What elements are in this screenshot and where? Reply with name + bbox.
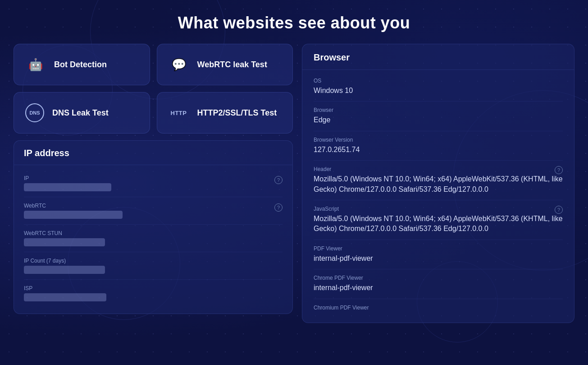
page-header: What websites see about you bbox=[0, 0, 588, 44]
browser-fields-container: OSWindows 10BrowserEdgeBrowser Version12… bbox=[302, 70, 574, 323]
ip-address-panel: IP address ?IP1█████████████████)?WebRTC… bbox=[14, 140, 293, 314]
browser-panel-header: Browser bbox=[302, 44, 574, 70]
ip-field-label-2: WebRTC STUN bbox=[24, 230, 283, 236]
ip-field-isp: ISP█████ ███████ ██ ██ bbox=[24, 280, 283, 307]
browser-field-label-3: Header bbox=[314, 166, 563, 172]
bot-detection-icon: 🤖 bbox=[25, 54, 46, 75]
bot-detection-label: Bot Detection bbox=[54, 60, 107, 69]
browser-field-value-2: 127.0.2651.74 bbox=[314, 145, 563, 155]
browser-field-label-6: Chrome PDF Viewer bbox=[314, 275, 563, 281]
dns-leak-card[interactable]: DNS DNS Leak Test bbox=[14, 92, 150, 134]
ip-fields-container: ?IP1█████████████████)?WebRTC10█████████… bbox=[14, 165, 292, 314]
main-layout: 🤖 Bot Detection 💬 WebRTC leak Test DNS D… bbox=[0, 44, 588, 323]
browser-panel-title: Browser bbox=[314, 52, 350, 62]
dns-icon: DNS bbox=[25, 103, 44, 122]
question-icon-1[interactable]: ? bbox=[274, 203, 283, 212]
ip-field-value-4: █████ ███████ ██ ██ bbox=[24, 293, 283, 301]
left-column: 🤖 Bot Detection 💬 WebRTC leak Test DNS D… bbox=[14, 44, 293, 323]
browser-field-value-1: Edge bbox=[314, 115, 563, 125]
browser-field-label-2: Browser Version bbox=[314, 137, 563, 143]
browser-field-label-5: PDF Viewer bbox=[314, 245, 563, 252]
http2-label: HTTP2/SSL/TLS Test bbox=[197, 108, 277, 118]
ip-panel-title: IP address bbox=[24, 148, 69, 158]
browser-field-value-4: Mozilla/5.0 (Windows NT 10.0; Win64; x64… bbox=[314, 214, 563, 234]
browser-field-chrome-pdf-viewer: Chrome PDF Viewerinternal-pdf-viewer bbox=[314, 269, 563, 299]
browser-field-label-0: OS bbox=[314, 78, 563, 84]
browser-field-label-7: Chromium PDF Viewer bbox=[314, 305, 563, 311]
browser-field-value-5: internal-pdf-viewer bbox=[314, 254, 563, 263]
ip-field-value-3: 71██1 bbox=[24, 266, 283, 274]
question-icon-0[interactable]: ? bbox=[274, 176, 283, 184]
webrtc-icon: 💬 bbox=[169, 54, 189, 75]
http-icon: HTTP bbox=[169, 102, 189, 123]
webrtc-leak-card[interactable]: 💬 WebRTC leak Test bbox=[157, 44, 293, 85]
ip-panel-header: IP address bbox=[14, 141, 292, 165]
ip-field-webrtc: ?WebRTC10███████████████████ bbox=[24, 197, 283, 225]
browser-question-icon-4[interactable]: ? bbox=[555, 206, 563, 214]
browser-field-os: OSWindows 10 bbox=[314, 72, 563, 102]
blurred-value-0: 1█████████████████) bbox=[24, 183, 111, 191]
ip-field-label-1: WebRTC bbox=[24, 203, 283, 209]
tool-cards: 🤖 Bot Detection 💬 WebRTC leak Test DNS D… bbox=[14, 44, 293, 134]
ip-field-ip: ?IP1█████████████████) bbox=[24, 170, 283, 197]
browser-panel: Browser OSWindows 10BrowserEdgeBrowser V… bbox=[302, 44, 574, 323]
ip-field-label-4: ISP bbox=[24, 285, 283, 291]
webrtc-label: WebRTC leak Test bbox=[197, 60, 267, 69]
bot-detection-card[interactable]: 🤖 Bot Detection bbox=[14, 44, 150, 85]
browser-field-header: ?HeaderMozilla/5.0 (Windows NT 10.0; Win… bbox=[314, 161, 563, 200]
http2-ssl-card[interactable]: HTTP HTTP2/SSL/TLS Test bbox=[157, 92, 293, 134]
ip-field-webrtc-stun: WebRTC STUN██████ ███(6█████e) bbox=[24, 225, 283, 252]
browser-field-value-3: Mozilla/5.0 (Windows NT 10.0; Win64; x64… bbox=[314, 174, 563, 194]
browser-field-javascript: ?JavaScriptMozilla/5.0 (Windows NT 10.0;… bbox=[314, 200, 563, 240]
page-title: What websites see about you bbox=[0, 14, 588, 32]
browser-field-value-0: Windows 10 bbox=[314, 86, 563, 96]
ip-field-ip-count-(7-days): IP Count (7 days)71██1 bbox=[24, 252, 283, 280]
browser-field-label-4: JavaScript bbox=[314, 206, 563, 212]
ip-field-label-3: IP Count (7 days) bbox=[24, 258, 283, 264]
ip-field-label-0: IP bbox=[24, 175, 283, 181]
blurred-value-1: 10███████████████████ bbox=[24, 211, 123, 219]
ip-field-value-1: 10███████████████████ bbox=[24, 211, 283, 219]
browser-field-browser-version: Browser Version127.0.2651.74 bbox=[314, 131, 563, 161]
blurred-value-4: █████ ███████ ██ ██ bbox=[24, 293, 106, 301]
browser-question-icon-3[interactable]: ? bbox=[555, 166, 563, 174]
browser-field-label-1: Browser bbox=[314, 107, 563, 113]
blurred-value-2: ██████ ███(6█████e) bbox=[24, 238, 105, 246]
blurred-value-3: 71██1 bbox=[24, 266, 105, 274]
browser-field-value-6: internal-pdf-viewer bbox=[314, 283, 563, 293]
browser-field-chromium-pdf-viewer: Chromium PDF Viewer bbox=[314, 299, 563, 318]
browser-field-browser: BrowserEdge bbox=[314, 102, 563, 131]
ip-field-value-0: 1█████████████████) bbox=[24, 183, 283, 191]
dns-label: DNS Leak Test bbox=[52, 108, 109, 118]
browser-field-pdf-viewer: PDF Viewerinternal-pdf-viewer bbox=[314, 240, 563, 269]
ip-field-value-2: ██████ ███(6█████e) bbox=[24, 238, 283, 246]
